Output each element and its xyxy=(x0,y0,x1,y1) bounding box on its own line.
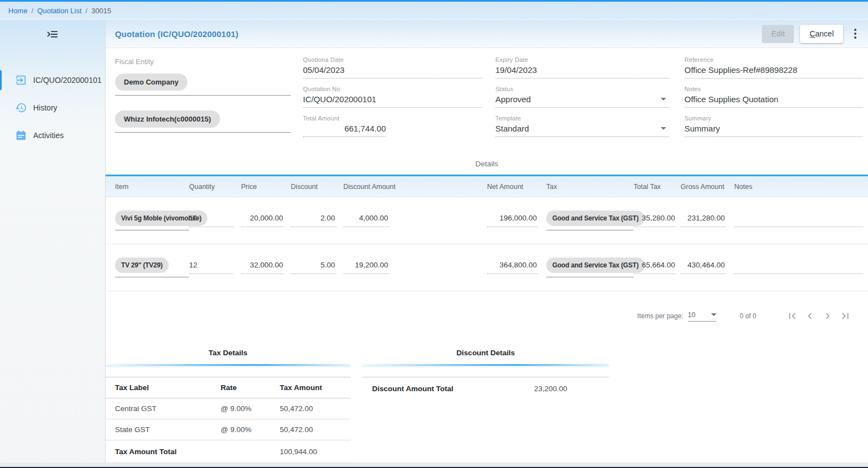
sidebar-item-quotation[interactable]: IC/QUO/202000101 xyxy=(0,66,105,94)
history-icon xyxy=(14,101,28,114)
column-header: Item xyxy=(106,183,189,191)
page-title: Quotation (IC/QUO/202000101) xyxy=(115,29,238,39)
column-header: Tax xyxy=(546,183,634,191)
tax-label: State GST xyxy=(106,425,211,434)
column-header: Gross Amount xyxy=(681,183,734,191)
tax-amount: 50,472.00 xyxy=(271,404,351,413)
table-row: Central GST @ 9.00% 50,472.00 xyxy=(106,398,351,419)
total-amount-field[interactable]: Total Amount 661,744.00 xyxy=(303,115,482,137)
total-tax-field[interactable]: 35,280.00 xyxy=(634,214,676,227)
quantity-field[interactable]: 12 xyxy=(189,261,233,274)
field-label: Total Amount xyxy=(303,115,482,122)
tax-total-row: Tax Amount Total 100,944.00 xyxy=(106,440,351,463)
table-row: TV 29" (TV29) 12 32,000.00 5.00 19,200.0… xyxy=(106,244,868,291)
discount-total-label: Discount Amount Total xyxy=(363,385,534,393)
total-tax-field[interactable]: 65,664.00 xyxy=(634,261,676,274)
item-field[interactable]: Vivi 5g Moble (vivomobile) xyxy=(115,211,189,230)
quotation-no-field[interactable]: Quotation No IC/QUO/202000101 xyxy=(303,86,482,108)
chevron-left-icon xyxy=(804,310,816,322)
tax-rate: @ 9.00% xyxy=(211,425,271,434)
exit-to-app-icon xyxy=(14,73,28,87)
menu-toggle-button[interactable] xyxy=(0,20,105,51)
discount-details-table: Discount Amount Total 23,200.00 xyxy=(363,377,609,400)
tax-label: Central GST xyxy=(106,404,211,413)
discount-field[interactable]: 2.00 xyxy=(291,214,336,227)
tax-total-amount: 100,944.00 xyxy=(271,448,351,456)
field-value: Office Supplies Quotation xyxy=(684,92,863,108)
column-header: Tax Label xyxy=(106,383,211,392)
next-page-button[interactable] xyxy=(820,309,835,323)
item-chip[interactable]: TV 29" (TV29) xyxy=(115,257,169,273)
menu-open-icon xyxy=(46,28,59,43)
notes-field[interactable] xyxy=(734,214,863,227)
edit-button[interactable]: Edit xyxy=(762,25,794,43)
main-content: Quotation (IC/QUO/202000101) Edit Cancel… xyxy=(106,20,868,462)
status-select[interactable]: Status Approved xyxy=(495,86,670,108)
field-label: Status xyxy=(495,86,670,92)
paginator: Items per page: 10 0 of 0 xyxy=(106,309,868,323)
chevron-down-icon xyxy=(661,127,666,130)
quantity-field[interactable]: 10 xyxy=(189,214,233,227)
sidebar: IC/QUO/202000101 History xyxy=(0,20,106,462)
sidebar-item-label: History xyxy=(33,103,57,112)
notes-field[interactable] xyxy=(734,261,863,274)
page-range-label: 0 of 0 xyxy=(740,312,756,320)
item-field[interactable]: TV 29" (TV29) xyxy=(115,257,189,277)
summary-field[interactable]: Summary Summary xyxy=(684,115,863,137)
breadcrumb-current-page: 30015 xyxy=(91,7,111,15)
sidebar-item-label: Activities xyxy=(33,131,64,140)
breadcrumb-separator: / xyxy=(86,7,88,15)
company-chip[interactable]: Demo Company xyxy=(115,73,187,91)
last-page-button[interactable] xyxy=(838,309,853,323)
price-field[interactable]: 32,000.00 xyxy=(241,261,284,274)
chevron-right-icon xyxy=(822,310,834,322)
page-header: Quotation (IC/QUO/202000101) Edit Cancel xyxy=(106,20,868,48)
customer-chip[interactable]: Whizz Infotech(c0000015) xyxy=(115,111,220,128)
field-label: Template xyxy=(495,115,670,122)
breadcrumb-quotation-list-link[interactable]: Quotation List xyxy=(37,7,81,15)
previous-page-button[interactable] xyxy=(803,309,817,323)
tax-field[interactable]: Good and Service Tax (GST) xyxy=(546,257,634,277)
quotation-form: Fiscal Entity Demo Company Whizz Infotec… xyxy=(106,48,868,151)
discount-details-section: Discount Details Discount Amount Total 2… xyxy=(363,343,609,463)
net-amount-field[interactable]: 364,800.00 xyxy=(487,261,538,274)
first-page-button[interactable] xyxy=(785,309,799,323)
more-options-button[interactable] xyxy=(850,27,860,41)
tax-amount: 50,472.00 xyxy=(271,425,351,434)
breadcrumb-home-link[interactable]: Home xyxy=(8,7,28,15)
tax-field[interactable]: Good and Service Tax (GST) xyxy=(546,211,634,230)
gross-amount-field[interactable]: 430,464.00 xyxy=(681,261,726,274)
price-field[interactable]: 20,000.00 xyxy=(241,214,284,227)
field-value: IC/QUO/202000101 xyxy=(303,92,482,108)
company-field[interactable]: Demo Company xyxy=(115,73,291,96)
customer-field[interactable]: Whizz Infotech(c0000015) xyxy=(115,111,291,133)
discount-amount-field[interactable]: 19,200.00 xyxy=(343,261,389,274)
items-per-page-select[interactable]: 10 xyxy=(688,311,717,322)
template-select[interactable]: Template Standard xyxy=(495,115,670,137)
sidebar-item-history[interactable]: History xyxy=(0,94,105,122)
tax-details-table: Tax Label Rate Tax Amount Central GST @ … xyxy=(106,377,351,463)
gross-amount-field[interactable]: 231,280.00 xyxy=(681,214,726,227)
items-per-page-value: 10 xyxy=(688,311,696,319)
reference-field[interactable]: Reference Office Supplies-Ref#89898228 xyxy=(684,56,863,78)
last-page-icon xyxy=(839,310,851,322)
table-row: State GST @ 9.00% 50,472.00 xyxy=(106,419,351,440)
tax-chip[interactable]: Good and Service Tax (GST) xyxy=(546,257,645,273)
cancel-button[interactable]: Cancel xyxy=(800,25,843,43)
discount-amount-field[interactable]: 4,000.00 xyxy=(343,214,389,227)
net-amount-field[interactable]: 196,000.00 xyxy=(487,214,538,227)
tax-chip[interactable]: Good and Service Tax (GST) xyxy=(546,211,645,226)
expiry-date-field[interactable]: Expiry Date 19/04/2023 xyxy=(495,56,670,78)
field-label: Quotation No xyxy=(303,86,482,92)
discount-field[interactable]: 5.00 xyxy=(291,261,336,274)
chevron-down-icon xyxy=(661,98,666,101)
footer-gap xyxy=(0,462,868,467)
sidebar-item-activities[interactable]: Activities xyxy=(0,122,105,149)
field-value: Approved xyxy=(495,94,531,104)
quotiona-date-field[interactable]: Quotiona Date 05/04/2023 xyxy=(303,56,482,78)
notes-field[interactable]: Notes Office Supplies Quotation xyxy=(684,86,863,108)
breadcrumb-separator: / xyxy=(32,7,34,15)
field-value: Standard xyxy=(495,124,529,133)
field-value: 05/04/2023 xyxy=(303,63,482,78)
first-page-icon xyxy=(786,310,798,322)
